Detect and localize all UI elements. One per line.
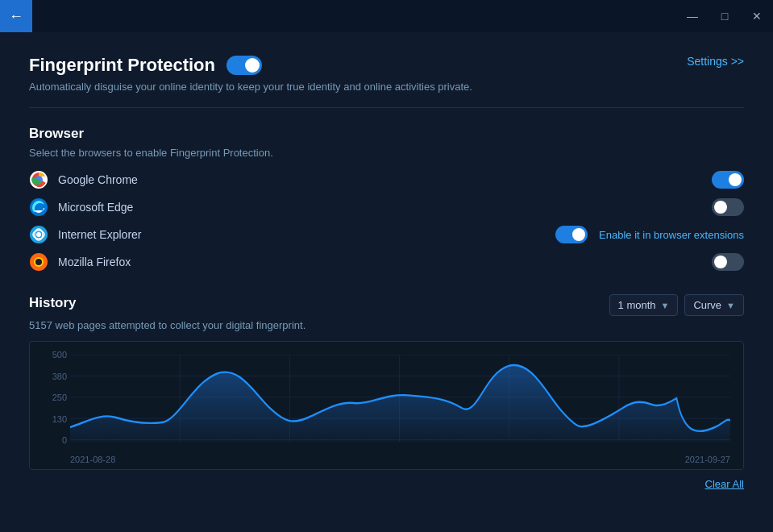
edge-controls xyxy=(712,198,744,216)
svg-point-9 xyxy=(35,259,42,265)
firefox-browser-name: Mozilla Firefox xyxy=(58,256,702,268)
close-icon: ✕ xyxy=(752,10,762,23)
settings-link[interactable]: Settings >> xyxy=(687,55,744,68)
maximize-icon: □ xyxy=(721,10,728,23)
fingerprint-protection-toggle[interactable] xyxy=(226,56,262,75)
browser-section-subtitle: Select the browsers to enable Fingerprin… xyxy=(29,147,744,159)
chrome-icon xyxy=(29,170,48,189)
ie-browser-name: Internet Explorer xyxy=(58,228,546,241)
y-label-130: 130 xyxy=(36,414,67,424)
title-bar: ← — □ ✕ xyxy=(0,0,773,32)
browser-item-ie: Internet Explorer Enable it in browser e… xyxy=(29,225,744,244)
chrome-toggle-knob xyxy=(729,173,742,186)
browser-list: Google Chrome Microsoft Edge xyxy=(29,170,744,272)
page-title: Fingerprint Protection xyxy=(29,55,215,76)
clear-all-row: Clear All xyxy=(29,478,744,490)
minimize-icon: — xyxy=(687,10,698,23)
period-label: 1 month xyxy=(618,299,656,311)
browser-section: Browser Select the browsers to enable Fi… xyxy=(29,126,744,272)
maximize-button[interactable]: □ xyxy=(709,0,741,32)
close-button[interactable]: ✕ xyxy=(741,0,773,32)
edge-toggle[interactable] xyxy=(712,198,744,216)
browser-item-edge: Microsoft Edge xyxy=(29,197,744,217)
fp-title: Fingerprint Protection xyxy=(29,55,262,76)
edge-browser-name: Microsoft Edge xyxy=(58,201,702,214)
browser-item-chrome: Google Chrome xyxy=(29,170,744,189)
chart-x-labels: 2021-08-28 2021-09-27 xyxy=(70,455,730,464)
header-section: Fingerprint Protection Settings >> xyxy=(29,55,744,76)
chart-container: 500 380 250 130 0 xyxy=(29,341,744,470)
chart-type-dropdown[interactable]: Curve ▼ xyxy=(684,294,744,316)
firefox-controls xyxy=(712,253,744,271)
chart-type-label: Curve xyxy=(693,299,721,311)
back-button[interactable]: ← xyxy=(0,0,32,32)
firefox-icon xyxy=(29,252,48,272)
main-content: Fingerprint Protection Settings >> Autom… xyxy=(0,32,773,513)
ie-toggle[interactable] xyxy=(555,226,588,243)
y-label-500: 500 xyxy=(36,350,67,360)
minimize-button[interactable]: — xyxy=(676,0,709,32)
chrome-controls xyxy=(712,171,744,189)
history-section: History 1 month ▼ Curve ▼ 5157 web pages… xyxy=(29,294,744,490)
ie-controls: Enable it in browser extensions xyxy=(555,226,744,243)
browser-item-firefox: Mozilla Firefox xyxy=(29,252,744,272)
window-controls: — □ ✕ xyxy=(676,0,773,32)
toggle-knob xyxy=(245,58,260,73)
history-section-title: History xyxy=(29,295,77,311)
y-label-0: 0 xyxy=(36,435,67,445)
chart-svg xyxy=(70,355,730,461)
browser-section-title: Browser xyxy=(29,126,744,142)
x-label-end: 2021-09-27 xyxy=(685,455,730,464)
clear-all-link[interactable]: Clear All xyxy=(705,478,744,490)
history-header: History 1 month ▼ Curve ▼ xyxy=(29,294,744,316)
page-subtitle: Automatically disguise your online ident… xyxy=(29,81,744,93)
ie-icon xyxy=(29,225,48,244)
back-icon: ← xyxy=(9,8,23,25)
firefox-toggle-knob xyxy=(714,256,727,268)
history-count: 5157 web pages attempted to collect your… xyxy=(29,319,744,331)
edge-toggle-knob xyxy=(714,201,727,214)
x-label-start: 2021-08-28 xyxy=(70,455,115,464)
divider xyxy=(29,107,744,108)
firefox-toggle[interactable] xyxy=(712,253,744,271)
svg-point-6 xyxy=(36,232,41,237)
title-bar-left: ← xyxy=(0,0,32,32)
history-controls: 1 month ▼ Curve ▼ xyxy=(609,294,744,316)
period-dropdown[interactable]: 1 month ▼ xyxy=(609,294,679,316)
y-label-250: 250 xyxy=(36,393,67,402)
chart-y-labels: 500 380 250 130 0 xyxy=(36,350,67,445)
period-dropdown-arrow: ▼ xyxy=(661,301,670,310)
chrome-browser-name: Google Chrome xyxy=(58,173,702,186)
ie-enable-link[interactable]: Enable it in browser extensions xyxy=(599,229,744,241)
ie-toggle-knob xyxy=(572,228,585,241)
y-label-380: 380 xyxy=(36,372,67,381)
edge-icon xyxy=(29,197,48,217)
chrome-toggle[interactable] xyxy=(712,171,744,189)
chart-type-arrow: ▼ xyxy=(726,301,735,310)
